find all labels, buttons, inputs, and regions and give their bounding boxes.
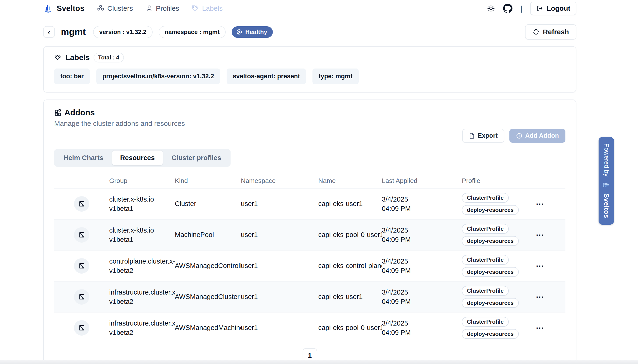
cell-kind: AWSManagedMachine [175,324,241,332]
nav-item-label: Profiles [156,4,179,12]
table-header: Group Kind Namespace Name Last Applied P… [54,174,565,188]
tab[interactable]: Resources [112,150,163,165]
refresh-label: Refresh [543,28,569,36]
page-title: mgmt [61,27,86,37]
cell-name: capi-eks-control-plane [318,262,382,270]
col-header-profile: Profile [462,177,533,184]
cell-namespace: user1 [241,200,318,208]
cluster-header: ‹ mgmt version : v1.32.2 namespace : mgm… [43,24,576,40]
addons-subtitle: Manage the cluster addons and resources [54,120,565,128]
cell-last-applied: 3/4/2025 04:09 PM [382,194,462,213]
brand[interactable]: Sveltos [43,3,85,14]
row-actions-menu[interactable]: ⋯ [533,230,565,240]
export-button[interactable]: Export [462,129,504,142]
col-header-name: Name [318,177,382,184]
row-actions-menu[interactable]: ⋯ [533,261,565,270]
row-actions-menu[interactable]: ⋯ [533,292,565,302]
version-badge: version : v1.32.2 [93,26,152,38]
powered-by-text: Powered by [603,143,610,177]
github-icon[interactable] [503,4,512,13]
nav-item-clusters[interactable]: Clusters [97,4,133,12]
labels-title: Labels [65,53,90,62]
resource-avatar [74,227,89,242]
plus-circle-icon [516,132,522,139]
profile-chip[interactable]: deploy-resources [462,329,519,339]
profile-chip[interactable]: deploy-resources [462,298,519,308]
resources-table: cluster.x-k8s.io v1beta1 Cluster user1 c… [54,188,565,343]
cell-namespace: user1 [241,324,318,332]
cell-namespace: user1 [241,262,318,270]
cell-profile: ClusterProfile deploy-resources [462,193,533,215]
cell-last-applied: 3/4/2025 04:09 PM [382,318,462,337]
health-status-badge: Healthy [232,26,273,38]
tab[interactable]: Cluster profiles [164,150,229,165]
logout-icon [536,5,543,12]
kubernetes-helm-icon [236,29,243,35]
labels-total-badge: Total : 4 [94,53,124,62]
resource-avatar [74,320,89,336]
table-row: cluster.x-k8s.io v1beta1 MachinePool use… [54,219,565,250]
cell-group: cluster.x-k8s.io v1beta1 [109,226,175,244]
powered-by-banner[interactable]: Powered by Sveltos [598,137,614,225]
tag-icon [54,54,62,61]
chevron-left-icon: ‹ [48,28,50,36]
add-addon-button[interactable]: Add Addon [509,129,565,142]
cell-profile: ClusterProfile deploy-resources [462,317,533,339]
theme-toggle-sun-icon[interactable] [487,4,495,12]
tags-icon [191,4,199,12]
cell-namespace: user1 [241,231,318,239]
resource-avatar [74,196,89,212]
cell-group: cluster.x-k8s.io v1beta1 [109,194,175,213]
col-header-kind: Kind [175,177,241,184]
refresh-button[interactable]: Refresh [525,24,576,40]
cell-group: infrastructure.cluster.x v1beta2 [109,318,175,337]
profile-chip[interactable]: ClusterProfile [462,224,509,234]
cell-name: capi-eks-user1 [318,293,382,300]
tab[interactable]: Helm Charts [56,150,111,165]
cell-name: capi-eks-pool-0-user1 [318,231,382,239]
cell-profile: ClusterProfile deploy-resources [462,224,533,246]
image-off-icon [78,294,85,300]
profile-chip[interactable]: ClusterProfile [462,317,509,327]
profile-chip[interactable]: deploy-resources [462,236,519,246]
nav-item-labels[interactable]: Labels [191,4,223,12]
cell-namespace: user1 [241,293,318,300]
cell-last-applied: 3/4/2025 04:09 PM [382,288,462,306]
image-off-icon [78,262,85,270]
row-actions-menu[interactable]: ⋯ [533,199,565,208]
namespace-badge: namespace : mgmt [159,26,226,38]
cell-name: capi-eks-user1 [318,200,382,208]
profile-chip[interactable]: deploy-resources [462,267,519,277]
cell-kind: MachinePool [175,231,241,239]
image-off-icon [78,324,85,332]
file-icon [469,133,475,139]
addons-tabs: Helm Charts Resources Cluster profiles [54,149,231,166]
cell-group: controlplane.cluster.x- v1beta2 [109,256,175,275]
top-nav: Sveltos Clusters Profiles [0,0,638,17]
label-chip: sveltos-agent: present [227,68,306,84]
label-chip: foo: bar [54,68,90,84]
image-off-icon [78,200,85,208]
logout-button[interactable]: Logout [530,2,576,15]
resource-avatar [74,258,89,274]
cell-kind: AWSManagedCluster [175,293,241,300]
table-row: cluster.x-k8s.io v1beta1 Cluster user1 c… [54,188,565,219]
profile-chip[interactable]: ClusterProfile [462,286,509,296]
refresh-icon [533,28,540,36]
col-header-group: Group [109,177,175,184]
profile-chip[interactable]: ClusterProfile [462,193,509,203]
nav-item-profiles[interactable]: Profiles [145,4,179,12]
profile-chip[interactable]: ClusterProfile [462,255,509,265]
cell-last-applied: 3/4/2025 04:09 PM [382,256,462,275]
col-header-namespace: Namespace [241,177,318,184]
cell-profile: ClusterProfile deploy-resources [462,255,533,277]
image-off-icon [78,232,85,238]
cell-last-applied: 3/4/2025 04:09 PM [382,226,462,244]
profile-chip[interactable]: deploy-resources [462,205,519,215]
add-addon-label: Add Addon [525,132,559,139]
back-button[interactable]: ‹ [43,26,55,38]
logout-label: Logout [547,4,570,12]
row-actions-menu[interactable]: ⋯ [533,323,565,332]
label-chip: type: mgmt [312,68,359,84]
sveltos-logo-icon [43,3,54,14]
